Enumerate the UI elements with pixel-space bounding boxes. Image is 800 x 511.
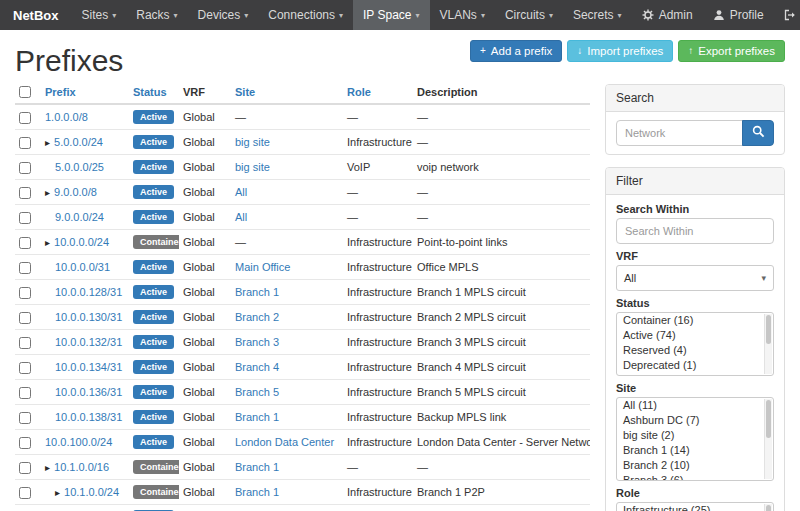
site-link[interactable]: London Data Center (235, 436, 334, 448)
row-checkbox[interactable] (19, 187, 31, 199)
row-checkbox[interactable] (19, 487, 31, 499)
scrollbar-thumb[interactable] (766, 505, 771, 511)
admin-menu[interactable]: Admin (632, 0, 703, 30)
expand-arrow-icon[interactable]: ▸ (55, 487, 60, 498)
row-checkbox[interactable] (19, 412, 31, 424)
site-link[interactable]: All (235, 211, 247, 223)
vrf-cell: Global (179, 230, 231, 255)
listbox-option[interactable]: Infrastructure (25) (617, 503, 773, 511)
prefix-link[interactable]: 10.0.100.0/24 (45, 436, 112, 448)
search-input[interactable] (616, 120, 743, 146)
prefix-link[interactable]: 10.0.0.136/31 (55, 386, 122, 398)
role-listbox[interactable]: Infrastructure (25)Management (8)Private… (616, 502, 774, 511)
logout-button[interactable]: Log out (774, 0, 800, 30)
row-checkbox[interactable] (19, 362, 31, 374)
site-link[interactable]: All (235, 186, 247, 198)
row-checkbox[interactable] (19, 387, 31, 399)
nav-item-circuits[interactable]: Circuits▾ (495, 0, 563, 30)
search-button[interactable] (742, 120, 774, 146)
site-link[interactable]: Branch 4 (235, 361, 279, 373)
site-link[interactable]: Branch 1 (235, 411, 279, 423)
prefix-link[interactable]: 5.0.0.0/25 (55, 161, 104, 173)
nav-item-connections[interactable]: Connections▾ (258, 0, 353, 30)
listbox-option[interactable]: All (11) (617, 398, 773, 413)
expand-arrow-icon[interactable]: ▸ (45, 187, 50, 198)
nav-item-racks[interactable]: Racks▾ (126, 0, 187, 30)
vrf-select[interactable]: All ▾ (616, 265, 774, 291)
prefix-link[interactable]: 10.1.0.0/24 (64, 486, 119, 498)
row-checkbox[interactable] (19, 237, 31, 249)
row-checkbox[interactable] (19, 212, 31, 224)
site-link[interactable]: Branch 1 (235, 461, 279, 473)
row-checkbox[interactable] (19, 287, 31, 299)
select-all-checkbox[interactable] (19, 86, 31, 98)
site-link[interactable]: big site (235, 161, 270, 173)
listbox-option[interactable]: Branch 1 (14) (617, 443, 773, 458)
row-checkbox[interactable] (19, 112, 31, 124)
description-cell: voip network (413, 155, 590, 180)
sort-status-link[interactable]: Status (133, 86, 167, 98)
listbox-option[interactable]: Reserved (4) (617, 343, 773, 358)
listbox-option[interactable]: Branch 3 (6) (617, 473, 773, 481)
site-listbox[interactable]: All (11)Ashburn DC (7)big site (2)Branch… (616, 397, 774, 481)
nav-item-secrets[interactable]: Secrets▾ (563, 0, 632, 30)
sort-role-link[interactable]: Role (347, 86, 371, 98)
prefix-link[interactable]: 10.0.0.0/31 (55, 261, 110, 273)
listbox-option[interactable]: big site (2) (617, 428, 773, 443)
listbox-option[interactable]: Branch 2 (10) (617, 458, 773, 473)
site-link[interactable]: Main Office (235, 261, 290, 273)
scrollbar[interactable] (764, 504, 772, 511)
row-checkbox[interactable] (19, 462, 31, 474)
site-link[interactable]: big site (235, 136, 270, 148)
prefix-link[interactable]: 10.0.0.132/31 (55, 336, 122, 348)
add-prefix-button[interactable]: + Add a prefix (470, 40, 562, 62)
site-link[interactable]: Branch 2 (235, 311, 279, 323)
prefix-link[interactable]: 10.0.0.138/31 (55, 411, 122, 423)
prefix-link[interactable]: 10.0.0.128/31 (55, 286, 122, 298)
prefix-link[interactable]: 1.0.0.0/8 (45, 111, 88, 123)
row-checkbox[interactable] (19, 437, 31, 449)
scrollbar[interactable] (764, 314, 772, 374)
row-checkbox[interactable] (19, 312, 31, 324)
listbox-option[interactable]: Deprecated (1) (617, 358, 773, 373)
prefix-link[interactable]: 10.0.0.134/31 (55, 361, 122, 373)
nav-item-vlans[interactable]: VLANs▾ (430, 0, 495, 30)
import-prefixes-button[interactable]: ↓ Import prefixes (567, 40, 673, 62)
site-link[interactable]: Branch 3 (235, 336, 279, 348)
export-prefixes-button[interactable]: ↑ Export prefixes (678, 40, 785, 62)
status-cell: Active (129, 180, 179, 205)
profile-menu[interactable]: Profile (703, 0, 774, 30)
prefix-link[interactable]: 10.0.0.0/24 (54, 236, 109, 248)
sort-prefix-link[interactable]: Prefix (45, 86, 76, 98)
status-listbox[interactable]: Container (16)Active (74)Reserved (4)Dep… (616, 312, 774, 376)
scrollbar-thumb[interactable] (766, 400, 771, 438)
row-checkbox[interactable] (19, 262, 31, 274)
expand-arrow-icon[interactable]: ▸ (45, 137, 50, 148)
site-link[interactable]: Branch 5 (235, 386, 279, 398)
nav-item-sites[interactable]: Sites▾ (72, 0, 127, 30)
listbox-option[interactable]: Active (74) (617, 328, 773, 343)
expand-arrow-icon[interactable]: ▸ (45, 462, 50, 473)
navbar: NetBox Sites▾Racks▾Devices▾Connections▾I… (0, 0, 800, 30)
search-within-input[interactable] (616, 218, 774, 244)
brand-logo[interactable]: NetBox (0, 0, 72, 30)
prefix-link[interactable]: 9.0.0.0/8 (54, 186, 97, 198)
nav-item-devices[interactable]: Devices▾ (188, 0, 259, 30)
prefix-link[interactable]: 5.0.0.0/24 (54, 136, 103, 148)
listbox-option[interactable]: Ashburn DC (7) (617, 413, 773, 428)
scrollbar-thumb[interactable] (766, 315, 771, 344)
row-checkbox[interactable] (19, 137, 31, 149)
site-link[interactable]: Branch 1 (235, 286, 279, 298)
nav-item-label: Circuits (505, 8, 545, 22)
listbox-option[interactable]: Container (16) (617, 313, 773, 328)
site-link[interactable]: Branch 1 (235, 486, 279, 498)
scrollbar[interactable] (764, 399, 772, 479)
sort-site-link[interactable]: Site (235, 86, 255, 98)
row-checkbox[interactable] (19, 337, 31, 349)
row-checkbox[interactable] (19, 162, 31, 174)
nav-item-ip-space[interactable]: IP Space▾ (353, 0, 430, 30)
prefix-link[interactable]: 10.0.0.130/31 (55, 311, 122, 323)
prefix-link[interactable]: 10.1.0.0/16 (54, 461, 109, 473)
expand-arrow-icon[interactable]: ▸ (45, 237, 50, 248)
prefix-link[interactable]: 9.0.0.0/24 (55, 211, 104, 223)
